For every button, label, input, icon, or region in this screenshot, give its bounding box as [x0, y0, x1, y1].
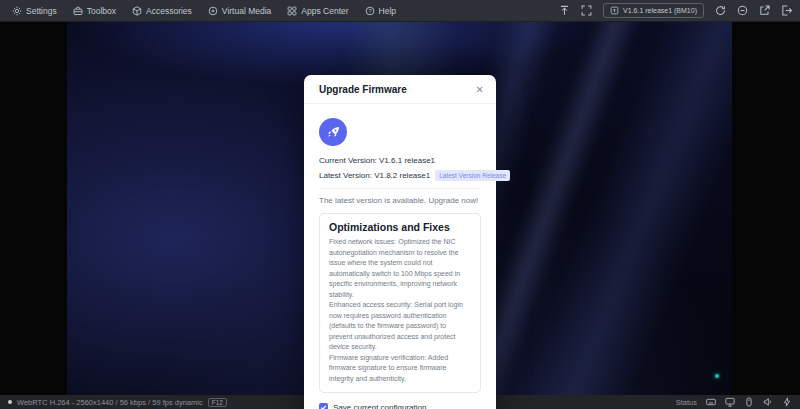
current-version-text: Current Version: V1.6.1 release1 [319, 156, 435, 165]
menu-label: Toolbox [87, 6, 116, 16]
menu-toolbox[interactable]: Toolbox [73, 6, 116, 16]
gear-icon [12, 6, 22, 16]
upgrade-firmware-dialog: Upgrade Firmware ✕ Current Version: V1.6… [304, 75, 496, 409]
stream-info-group: WebRTC H.264 - 2560x1440 / 56 kbps / 59 … [8, 398, 227, 407]
release-notes-panel[interactable]: Optimizations and Fixes Fixed network is… [319, 213, 481, 393]
dialog-header: Upgrade Firmware ✕ [304, 75, 496, 104]
release-notes-title: Optimizations and Fixes [329, 221, 471, 233]
status-icons-group: Status [676, 397, 792, 407]
release-note: Enhanced access security: Serial port lo… [329, 300, 471, 353]
checkbox-checked-icon [319, 403, 328, 409]
cursor-dot [715, 374, 719, 378]
apps-center-icon [287, 6, 297, 16]
menu-label: Virtual Media [222, 6, 271, 16]
toolbox-icon [73, 6, 83, 16]
logout-icon[interactable] [781, 5, 792, 16]
power-speed-icon[interactable] [782, 397, 792, 407]
close-icon[interactable]: ✕ [476, 85, 484, 95]
video-area: Upgrade Firmware ✕ Current Version: V1.6… [0, 22, 800, 395]
latest-version-row: Latest Version: V1.8.2 release1 Latest V… [319, 170, 481, 181]
screenshot-icon[interactable] [759, 5, 770, 16]
release-note: Firmware signature verification: Added f… [329, 353, 471, 385]
fullscreen-icon[interactable] [581, 5, 592, 16]
latest-version-badge: Latest Version Release [435, 170, 510, 181]
refresh-icon[interactable] [715, 5, 726, 16]
minus-circle-icon[interactable] [737, 5, 748, 16]
dialog-body: Current Version: V1.6.1 release1 Latest … [304, 104, 496, 409]
topbar-menu: Settings Toolbox Accessories Virtual Med… [12, 6, 396, 16]
save-config-checkbox[interactable]: Save current configuration [319, 403, 481, 409]
mouse-icon[interactable] [744, 397, 754, 407]
stream-info-badge: F12 [208, 398, 227, 407]
svg-text:?: ? [368, 7, 371, 13]
menu-accessories[interactable]: Accessories [132, 6, 192, 16]
version-text: V1.6.1 release1 (BM10) [623, 7, 697, 14]
volume-icon[interactable] [763, 397, 773, 407]
checkbox-label: Save current configuration [333, 403, 426, 409]
upgrade-available-text: The latest version is available. Upgrade… [319, 196, 481, 205]
menu-help[interactable]: ? Help [365, 6, 396, 16]
chip-upgrade-icon [610, 6, 619, 15]
menu-label: Help [379, 6, 396, 16]
kvm-app-window: Settings Toolbox Accessories Virtual Med… [0, 0, 800, 409]
stream-status-dot [8, 400, 12, 404]
keyboard-icon[interactable] [706, 397, 716, 407]
menu-virtual-media[interactable]: Virtual Media [208, 6, 271, 16]
status-label: Status [676, 398, 697, 407]
rocket-icon [319, 118, 347, 146]
latest-version-text: Latest Version: V1.8.2 release1 [319, 171, 430, 180]
upload-icon[interactable] [559, 5, 570, 16]
menu-label: Settings [26, 6, 57, 16]
menu-settings[interactable]: Settings [12, 6, 57, 16]
help-icon: ? [365, 6, 375, 16]
current-version-row: Current Version: V1.6.1 release1 [319, 156, 481, 165]
topbar: Settings Toolbox Accessories Virtual Med… [0, 0, 800, 22]
display-icon[interactable] [725, 397, 735, 407]
firmware-version-badge[interactable]: V1.6.1 release1 (BM10) [603, 3, 704, 18]
menu-label: Apps Center [301, 6, 348, 16]
accessories-icon [132, 6, 142, 16]
menu-label: Accessories [146, 6, 192, 16]
topbar-actions: V1.6.1 release1 (BM10) [559, 3, 792, 18]
release-note: Fixed network issues: Optimized the NIC … [329, 237, 471, 300]
stream-info-text: WebRTC H.264 - 2560x1440 / 56 kbps / 59 … [17, 398, 203, 407]
virtual-media-icon [208, 6, 218, 16]
dialog-title: Upgrade Firmware [319, 84, 407, 95]
divider [319, 188, 481, 189]
menu-apps-center[interactable]: Apps Center [287, 6, 348, 16]
